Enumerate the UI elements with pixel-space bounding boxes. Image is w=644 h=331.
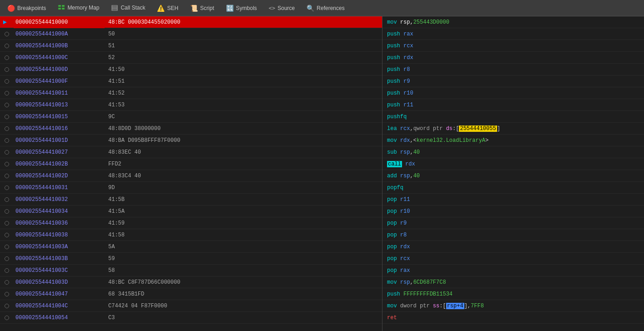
mnem-row[interactable]: pop r8 bbox=[382, 229, 644, 241]
bp-indicator bbox=[0, 256, 14, 261]
table-row[interactable]: 000002554441001141:52 bbox=[0, 87, 382, 99]
table-row[interactable]: 000002554441004CC74424 04 F87F0000 bbox=[0, 300, 382, 312]
mnem-row[interactable]: pop r10 bbox=[382, 206, 644, 217]
table-row[interactable]: 0000025544410054C3 bbox=[0, 312, 382, 324]
table-row[interactable]: 000002554441003641:59 bbox=[0, 217, 382, 229]
bp-indicator bbox=[0, 233, 14, 237]
tab-seh-label: SEH bbox=[167, 5, 178, 11]
script-icon: 📜 bbox=[190, 5, 198, 12]
mnem-row[interactable]: pop rdx bbox=[382, 241, 644, 253]
address-cell: 0000025544410036 bbox=[14, 217, 105, 229]
table-row[interactable]: 000002554441000A50 bbox=[0, 28, 382, 40]
table-row[interactable]: 00000255444100319D bbox=[0, 182, 382, 194]
svg-rect-0 bbox=[58, 5, 61, 7]
bp-indicator bbox=[0, 221, 14, 226]
mnem-row[interactable]: pushfq bbox=[382, 111, 644, 123]
mnem-row[interactable]: pop r9 bbox=[382, 217, 644, 229]
mnem-row[interactable]: popfq bbox=[382, 182, 644, 194]
mnem-row[interactable]: pop r11 bbox=[382, 194, 644, 206]
table-row[interactable]: 000002554441001341:53 bbox=[0, 99, 382, 111]
table-row[interactable]: ►●000002554441000048:BC 00003D4455020000 bbox=[0, 16, 382, 28]
bp-indicator bbox=[0, 91, 14, 95]
mnem-row[interactable]: pop rax bbox=[382, 265, 644, 276]
address-cell: 000002554441003D bbox=[14, 276, 105, 288]
table-row[interactable]: 000002554441003841:58 bbox=[0, 229, 382, 241]
table-row[interactable]: 000002554441003B59 bbox=[0, 253, 382, 265]
mnem-row[interactable]: push rax bbox=[382, 28, 644, 40]
table-row[interactable]: 000002554441003441:5A bbox=[0, 206, 382, 217]
table-row[interactable]: 000002554441003C58 bbox=[0, 265, 382, 276]
mnem-row[interactable]: ret bbox=[382, 312, 644, 324]
bytes-cell: 48:BC C8F787D66C000000 bbox=[105, 276, 382, 288]
table-row[interactable]: 000002554441002D48:83C4 40 bbox=[0, 170, 382, 182]
table-row[interactable]: 000002554441002BFFD2 bbox=[0, 158, 382, 170]
tab-references[interactable]: 🔍 References bbox=[301, 3, 350, 14]
bp-dot bbox=[5, 256, 9, 261]
tab-seh[interactable]: ⚠️ SEH bbox=[151, 3, 184, 14]
bp-indicator bbox=[0, 304, 14, 308]
table-row[interactable]: 00000255444100159C bbox=[0, 111, 382, 123]
bytes-cell: 41:51 bbox=[105, 75, 382, 87]
table-row[interactable]: 000002554441000F41:51 bbox=[0, 75, 382, 87]
bytes-cell: C74424 04 F87F0000 bbox=[105, 300, 382, 312]
table-row[interactable]: 000002554441000C52 bbox=[0, 52, 382, 64]
bytes-cell: 48:BC 00003D4455020000 bbox=[105, 16, 382, 28]
mnem-row[interactable]: mov rsp,255443D0000 bbox=[382, 16, 644, 28]
table-row[interactable]: 000002554441004768 3415B1FD bbox=[0, 288, 382, 300]
mnem-row[interactable]: mov rsp,6CD687F7C8 bbox=[382, 276, 644, 288]
bytes-cell: 41:58 bbox=[105, 229, 382, 241]
tab-breakpoints[interactable]: 🔴 Breakpoints bbox=[2, 3, 51, 14]
tab-memory-map[interactable]: Memory Map bbox=[52, 2, 105, 14]
mnem-row[interactable]: push r11 bbox=[382, 99, 644, 111]
seh-icon: ⚠️ bbox=[157, 5, 165, 12]
bp-dot bbox=[5, 280, 9, 285]
bp-dot bbox=[5, 103, 9, 107]
table-row[interactable]: 000002554441000D41:50 bbox=[0, 64, 382, 75]
table-row[interactable]: 000002554441003D48:BC C8F787D66C000000 bbox=[0, 276, 382, 288]
mnem-row[interactable]: push r10 bbox=[382, 87, 644, 99]
table-row[interactable]: 000002554441000B51 bbox=[0, 40, 382, 52]
mnem-row[interactable]: push r9 bbox=[382, 75, 644, 87]
bp-indicator bbox=[0, 245, 14, 249]
table-row[interactable]: 000002554441003A5A bbox=[0, 241, 382, 253]
address-cell: 000002554441002D bbox=[14, 170, 105, 182]
mnem-row[interactable]: mov dword ptr ss:[rsp+4],7FF8 bbox=[382, 300, 644, 312]
source-icon: <> bbox=[269, 5, 275, 11]
bp-dot bbox=[5, 138, 9, 143]
bytes-cell: 48:8D0D 38000000 bbox=[105, 123, 382, 135]
bytes-cell: 41:50 bbox=[105, 64, 382, 75]
address-cell: 000002554441001D bbox=[14, 135, 105, 146]
bp-indicator bbox=[0, 174, 14, 178]
table-row[interactable]: 000002554441002748:83EC 40 bbox=[0, 146, 382, 158]
mnem-row[interactable]: push FFFFFFFFDB11534 bbox=[382, 288, 644, 300]
disasm-address-bytes-panel[interactable]: ►●000002554441000048:BC 00003D4455020000… bbox=[0, 16, 382, 331]
mnem-row[interactable]: mov rdx,<kernel32.LoadLibraryA> bbox=[382, 135, 644, 146]
address-cell: 0000025544410015 bbox=[14, 111, 105, 123]
address-cell: 000002554441003B bbox=[14, 253, 105, 265]
tab-script[interactable]: 📜 Script bbox=[185, 3, 220, 14]
address-cell: 000002554441000C bbox=[14, 52, 105, 64]
tab-source[interactable]: <> Source bbox=[263, 3, 300, 13]
tab-call-stack[interactable]: Call Stack bbox=[106, 2, 151, 14]
table-row[interactable]: 000002554441001D48:BA D095B8FFF87F0000 bbox=[0, 135, 382, 146]
tab-script-label: Script bbox=[200, 5, 214, 11]
mnem-row[interactable]: pop rcx bbox=[382, 253, 644, 265]
bp-indicator bbox=[0, 292, 14, 296]
mnem-row[interactable]: push rcx bbox=[382, 40, 644, 52]
mnem-row[interactable]: push r8 bbox=[382, 64, 644, 75]
mnem-row[interactable]: sub rsp,40 bbox=[382, 146, 644, 158]
mnem-row[interactable]: add rsp,40 bbox=[382, 170, 644, 182]
mnem-row[interactable]: push rdx bbox=[382, 52, 644, 64]
mnem-row[interactable]: lea rcx,qword ptr ds:[25544410055] bbox=[382, 123, 644, 135]
bp-dot bbox=[5, 162, 9, 166]
table-row[interactable]: 000002554441001648:8D0D 38000000 bbox=[0, 123, 382, 135]
mnem-row[interactable]: call rdx bbox=[382, 158, 644, 170]
table-row[interactable]: 000002554441003241:5B bbox=[0, 194, 382, 206]
address-cell: 0000025544410034 bbox=[14, 206, 105, 217]
bp-indicator bbox=[0, 138, 14, 143]
svg-rect-6 bbox=[112, 9, 117, 10]
bytes-cell: 9D bbox=[105, 182, 382, 194]
tab-symbols[interactable]: 🔣 Symbols bbox=[221, 3, 262, 14]
disasm-mnemonic-panel[interactable]: mov rsp,255443D0000push raxpush rcxpush … bbox=[382, 16, 644, 331]
bp-indicator bbox=[0, 280, 14, 285]
